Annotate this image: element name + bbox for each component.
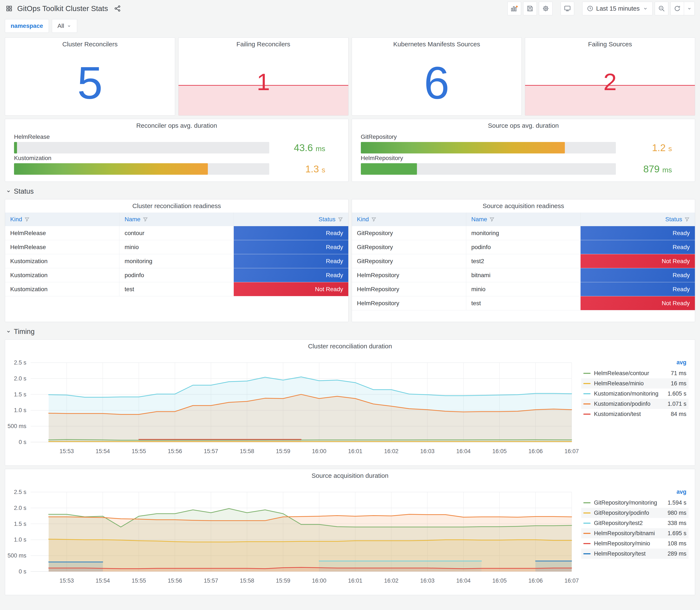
series-color-swatch xyxy=(583,373,590,374)
svg-text:15:53: 15:53 xyxy=(60,448,74,454)
bar-gauge-value: 879 ms xyxy=(616,163,686,175)
table-cell: HelmRepository xyxy=(352,296,466,310)
table-cell-status: Ready xyxy=(234,226,348,240)
table-row: HelmRepositoryminioReady xyxy=(352,282,695,296)
table-cell: bitnami xyxy=(466,268,581,282)
dashboard-settings-button[interactable] xyxy=(539,2,553,15)
legend-rows: HelmRelease/contour71 msHelmRelease/mini… xyxy=(581,368,688,419)
dashboard-grid-icon[interactable] xyxy=(5,5,13,12)
series-name[interactable]: HelmRepository/minio xyxy=(594,540,667,547)
share-icon[interactable] xyxy=(114,5,121,12)
svg-text:1.5 s: 1.5 s xyxy=(14,521,26,527)
svg-text:16:03: 16:03 xyxy=(420,577,435,584)
filter-icon[interactable] xyxy=(371,216,377,222)
column-header-kind[interactable]: Kind xyxy=(352,212,466,226)
table-cell: monitoring xyxy=(119,254,234,268)
stat-panel-kubernetes-manifests-sources: Kubernetes Manifests Sources 6 xyxy=(352,37,522,116)
section-timing[interactable]: Timing xyxy=(6,327,694,336)
refresh-interval-dropdown[interactable] xyxy=(684,2,695,15)
series-avg-value: 108 ms xyxy=(667,540,686,547)
series-name[interactable]: HelmRepository/test xyxy=(594,550,667,557)
series-name[interactable]: HelmRelease/minio xyxy=(594,380,671,387)
table-cell: Kustomization xyxy=(5,254,119,268)
table-header: Kind Name Status xyxy=(352,212,695,226)
series-color-swatch xyxy=(583,393,590,394)
series-avg-value: 1.695 s xyxy=(667,530,686,537)
table-cell: GitRepository xyxy=(352,226,466,240)
column-header-status[interactable]: Status xyxy=(581,212,695,226)
series-avg-value: 1.605 s xyxy=(667,390,686,397)
legend-avg-header[interactable]: avg xyxy=(581,359,688,368)
refresh-button[interactable] xyxy=(670,2,684,15)
filter-icon[interactable] xyxy=(684,216,690,222)
bar-gauge-fill xyxy=(14,142,17,154)
bar-gauge-helmrelease: HelmRelease 43.6 ms xyxy=(14,133,339,154)
bar-gauge-gitrepository: GitRepository 1.2 s xyxy=(361,133,686,154)
legend-item-gitrepository-monitoring[interactable]: GitRepository/monitoring1.594 s xyxy=(581,498,688,508)
legend-avg-header[interactable]: avg xyxy=(581,488,688,498)
variable-namespace-value-dropdown[interactable]: All xyxy=(52,19,77,33)
legend-item-helmrelease-minio[interactable]: HelmRelease/minio16 ms xyxy=(581,378,688,388)
series-name[interactable]: HelmRepository/bitnami xyxy=(594,530,667,537)
svg-text:16:01: 16:01 xyxy=(348,577,362,584)
legend-item-helmrepository-test[interactable]: HelmRepository/test289 ms xyxy=(581,549,688,559)
filter-icon[interactable] xyxy=(489,216,495,222)
series-avg-value: 71 ms xyxy=(671,370,686,376)
legend-item-helmrepository-minio[interactable]: HelmRepository/minio108 ms xyxy=(581,539,688,549)
legend-item-kustomization-test[interactable]: Kustomization/test84 ms xyxy=(581,409,688,419)
series-name[interactable]: Kustomization/monitoring xyxy=(594,390,667,397)
add-panel-button[interactable] xyxy=(507,2,521,15)
time-range-picker[interactable]: Last 15 minutes xyxy=(582,2,653,15)
series-color-swatch xyxy=(583,512,590,514)
table-cell: HelmRelease xyxy=(5,226,119,240)
status-badge: Ready xyxy=(234,268,348,282)
svg-text:15:58: 15:58 xyxy=(240,448,254,454)
legend-item-gitrepository-test2[interactable]: GitRepository/test2338 ms xyxy=(581,518,688,528)
variable-namespace-label[interactable]: namespace xyxy=(5,19,49,33)
series-avg-value: 84 ms xyxy=(671,411,686,417)
bar-gauge-fill xyxy=(361,142,565,154)
legend-item-kustomization-podinfo[interactable]: Kustomization/podinfo1.071 s xyxy=(581,399,688,409)
svg-text:16:02: 16:02 xyxy=(384,577,399,584)
table-row: KustomizationmonitoringReady xyxy=(5,254,348,268)
series-color-swatch xyxy=(583,523,590,524)
legend-item-helmrepository-bitnami[interactable]: HelmRepository/bitnami1.695 s xyxy=(581,528,688,539)
bar-gauge-value: 43.6 ms xyxy=(269,142,339,154)
series-name[interactable]: GitRepository/podinfo xyxy=(594,510,667,516)
panel-title: Source acquisition duration xyxy=(5,469,695,482)
series-name[interactable]: GitRepository/test2 xyxy=(594,520,667,527)
filter-icon[interactable] xyxy=(24,216,30,222)
series-color-swatch xyxy=(583,543,590,544)
filter-icon[interactable] xyxy=(338,216,343,222)
stat-value: 2 xyxy=(525,70,695,94)
series-name[interactable]: GitRepository/monitoring xyxy=(594,499,667,506)
table-cell: GitRepository xyxy=(352,240,466,254)
cycle-view-button[interactable] xyxy=(560,2,574,15)
chart-legend: avg HelmRelease/contour71 msHelmRelease/… xyxy=(579,353,695,463)
column-header-status[interactable]: Status xyxy=(234,212,348,226)
column-header-name[interactable]: Name xyxy=(119,212,234,226)
panel-title: Cluster reconciliation duration xyxy=(5,340,695,353)
series-color-swatch xyxy=(583,383,590,384)
save-dashboard-button[interactable] xyxy=(523,2,537,15)
series-name[interactable]: Kustomization/podinfo xyxy=(594,401,667,407)
series-name[interactable]: HelmRelease/contour xyxy=(594,370,671,376)
status-badge: Ready xyxy=(234,254,348,268)
panel-reconciler-ops-duration: Reconciler ops avg. duration HelmRelease… xyxy=(5,119,348,182)
series-name[interactable]: Kustomization/test xyxy=(594,411,671,417)
clock-icon xyxy=(587,5,593,12)
panel-title: Cluster Reconcilers xyxy=(5,38,175,51)
column-header-kind[interactable]: Kind xyxy=(5,212,119,226)
section-status[interactable]: Status xyxy=(6,187,694,195)
legend-item-helmrelease-contour[interactable]: HelmRelease/contour71 ms xyxy=(581,368,688,378)
legend-item-kustomization-monitoring[interactable]: Kustomization/monitoring1.605 s xyxy=(581,388,688,399)
table-cell: podinfo xyxy=(466,240,581,254)
column-header-name[interactable]: Name xyxy=(466,212,581,226)
zoom-out-button[interactable] xyxy=(655,2,668,15)
time-series-plot[interactable]: 0 s500 ms1.0 s1.5 s2.0 s2.5 s15:5315:541… xyxy=(5,482,579,593)
legend-item-gitrepository-podinfo[interactable]: GitRepository/podinfo980 ms xyxy=(581,508,688,518)
table-cell: test xyxy=(466,296,581,310)
filter-icon[interactable] xyxy=(143,216,148,222)
bar-gauge-kustomization: Kustomization 1.3 s xyxy=(14,155,339,175)
time-series-plot[interactable]: 0 s500 ms1.0 s1.5 s2.0 s2.5 s15:5315:541… xyxy=(5,353,579,463)
